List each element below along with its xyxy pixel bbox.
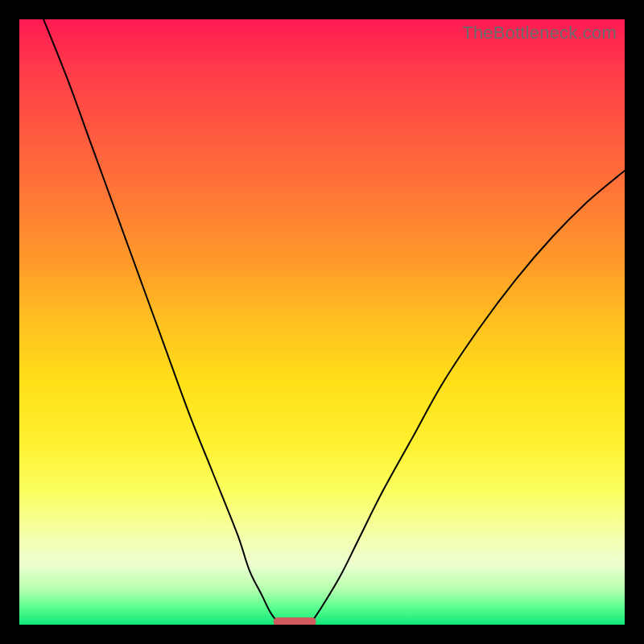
curves-svg [19,19,625,625]
plot-area: TheBottleneck.com [19,19,625,625]
right-curve [310,171,625,625]
left-curve [43,19,279,625]
bottleneck-marker [274,617,316,625]
chart-frame: TheBottleneck.com [0,0,644,644]
